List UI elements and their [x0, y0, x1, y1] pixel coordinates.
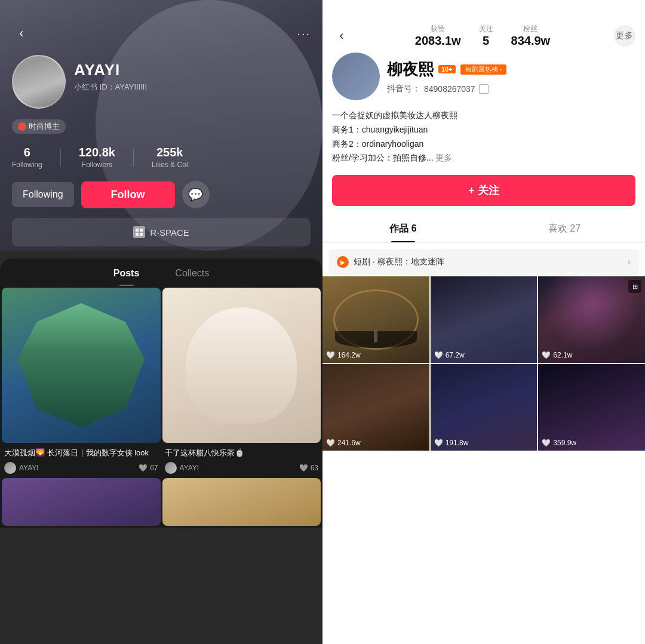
- right-more-button[interactable]: 更多: [614, 25, 635, 47]
- strip-card-2[interactable]: [162, 478, 321, 526]
- following-stat[interactable]: 6 Following: [12, 146, 42, 169]
- right-likes-stat: 获赞 2083.1w: [415, 24, 461, 48]
- followers-num: 120.8k: [79, 146, 115, 159]
- post-likes-1: 🤍 67: [139, 464, 158, 472]
- post-avatar-sm-1: [4, 462, 16, 474]
- post-author-2: AYAYI: [165, 462, 199, 474]
- vt-arena: [333, 289, 419, 350]
- douyin-id: 84908267037: [424, 84, 475, 94]
- post-card-1[interactable]: 大漠孤烟🌄 长河落日｜我的数字女侠 look AYAYI 🤍 67: [2, 288, 161, 476]
- post-likes-count-1: 67: [150, 464, 158, 472]
- avatar: [12, 55, 66, 109]
- post-card-2[interactable]: 干了这杯腊八快乐茶🍵 AYAYI 🤍 63: [162, 288, 321, 476]
- video-thumb-1: [322, 276, 429, 363]
- bio-line-4: 粉丝/学习加公：拍照自修...: [332, 153, 434, 162]
- action-buttons: Following Follow 💬: [0, 169, 322, 208]
- fashion-tag[interactable]: 时尚博主: [12, 119, 66, 134]
- right-back-button[interactable]: ‹: [332, 26, 351, 45]
- video-likes-6: 🤍 359.9w: [542, 439, 576, 447]
- video-card-1[interactable]: 🤍 164.2w: [322, 276, 429, 363]
- video-likes-3: 🤍 62.1w: [542, 351, 572, 359]
- followers-label: Followers: [79, 161, 115, 169]
- svg-rect-3: [140, 233, 143, 236]
- post-info-2: 干了这杯腊八快乐茶🍵 AYAYI 🤍 63: [162, 443, 321, 476]
- post-thumb-1: [2, 288, 161, 443]
- video-likes-5: 🤍 191.8w: [434, 439, 469, 447]
- following-label: Following: [12, 161, 42, 169]
- post-thumb-2: [162, 288, 321, 443]
- drama-left: ▶ 短剧 · 柳夜熙：地支迷阵: [337, 256, 444, 268]
- tab-likes[interactable]: 喜欢 27: [484, 215, 645, 242]
- content-tabs: 作品 6 喜欢 27: [322, 215, 645, 243]
- heart-icon-2: 🤍: [299, 464, 308, 472]
- follow-button[interactable]: + 关注: [332, 175, 635, 206]
- likes-stat[interactable]: 255k Likes & Col: [152, 146, 188, 169]
- post-likes-count-2: 63: [311, 464, 318, 472]
- douyin-id-label: 抖音号：: [387, 84, 420, 94]
- video-heart-2: 🤍: [434, 351, 443, 359]
- tags-row: 时尚博主: [0, 109, 322, 134]
- bio-more-link[interactable]: 更多: [435, 153, 452, 162]
- short-drama-bar[interactable]: ▶ 短剧 · 柳夜熙：地支迷阵 ›: [328, 249, 639, 275]
- tab-posts[interactable]: Posts: [113, 268, 140, 286]
- following-num: 6: [12, 146, 42, 159]
- right-top-bar: ‹ 获赞 2083.1w 关注 5 粉丝 834.9w 更多: [322, 0, 645, 53]
- video-card-5[interactable]: 🤍 191.8w: [431, 364, 538, 451]
- right-profile-row: 柳夜熙 10+ 短剧最热榜 › 抖音号： 84908267037: [322, 53, 645, 100]
- video-thumb-2: [431, 276, 538, 363]
- more-button[interactable]: ···: [297, 27, 311, 41]
- bio-line-1: 一个会捉妖的虚拟美妆达人柳夜熙: [332, 110, 457, 120]
- tab-collects[interactable]: Collects: [175, 268, 209, 286]
- right-name-area: 柳夜熙 10+ 短剧最热榜 › 抖音号： 84908267037: [387, 59, 635, 94]
- video-thumb-6: [538, 364, 645, 451]
- strip-image-2: [162, 478, 321, 526]
- likes-label: Likes & Col: [152, 161, 188, 169]
- copy-icon[interactable]: [479, 84, 489, 94]
- right-fans-stat: 粉丝 834.9w: [511, 24, 551, 48]
- post-author-name-1: AYAYI: [19, 464, 39, 472]
- strip-image-1: [2, 478, 161, 526]
- back-button[interactable]: ‹: [12, 24, 31, 43]
- drama-arrow-icon: ›: [628, 257, 631, 267]
- bio-line-3: 商务2：ordinaryhooligan: [332, 139, 423, 149]
- tag-label: 时尚博主: [29, 121, 60, 132]
- rspace-button[interactable]: R-SPACE: [12, 218, 311, 246]
- bottom-post-strip: [0, 478, 322, 528]
- follow-button[interactable]: Follow: [81, 181, 175, 208]
- post-image-2: [162, 288, 321, 443]
- video-likes-count-3: 62.1w: [553, 351, 572, 359]
- video-card-3[interactable]: ⊞ 🤍 62.1w: [538, 276, 645, 363]
- right-fans-num: 834.9w: [511, 34, 551, 48]
- video-card-2[interactable]: 🤍 67.2w: [431, 276, 538, 363]
- vt-audience: [335, 331, 417, 349]
- following-button[interactable]: Following: [12, 182, 74, 207]
- badge-10plus: 10+: [438, 65, 456, 73]
- rspace-icon: [133, 226, 145, 238]
- rspace-label: R-SPACE: [150, 227, 189, 238]
- right-following-label: 关注: [479, 24, 493, 34]
- video-likes-2: 🤍 67.2w: [434, 351, 465, 359]
- video-heart-1: 🤍: [326, 351, 335, 359]
- video-card-4[interactable]: 🤍 241.6w: [322, 364, 429, 451]
- video-heart-6: 🤍: [542, 439, 551, 447]
- stats-row: 6 Following 120.8k Followers 255k Likes …: [0, 134, 322, 169]
- stat-divider-1: [60, 149, 61, 167]
- video-likes-count-6: 359.9w: [553, 439, 576, 447]
- drama-text: 短剧 · 柳夜熙：地支迷阵: [354, 257, 444, 267]
- strip-card-1[interactable]: [2, 478, 161, 526]
- profile-username: AYAYI: [74, 61, 147, 79]
- right-following-num: 5: [479, 34, 493, 48]
- post-meta-2: AYAYI 🤍 63: [165, 462, 319, 474]
- right-panel: ‹ 获赞 2083.1w 关注 5 粉丝 834.9w 更多 柳夜熙 10+: [322, 0, 645, 644]
- right-username: 柳夜熙: [387, 59, 434, 80]
- post-image-1: [2, 288, 161, 443]
- tag-icon: [18, 122, 26, 131]
- video-likes-4: 🤍 241.6w: [326, 439, 361, 447]
- video-card-6[interactable]: 🤍 359.9w: [538, 364, 645, 451]
- message-button[interactable]: 💬: [182, 181, 210, 208]
- vt-arena-wrapper: [322, 276, 429, 363]
- post-meta-1: AYAYI 🤍 67: [4, 462, 158, 474]
- video-likes-count-5: 191.8w: [446, 439, 469, 447]
- followers-stat[interactable]: 120.8k Followers: [79, 146, 115, 169]
- tab-works[interactable]: 作品 6: [322, 215, 484, 242]
